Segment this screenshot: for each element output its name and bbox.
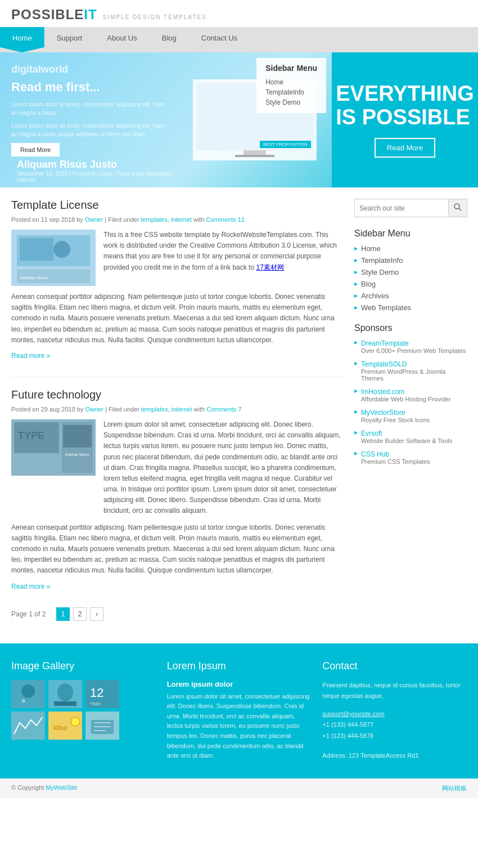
- svg-line-13: [459, 208, 461, 211]
- gallery-item-3[interactable]: 12 TIME: [85, 680, 119, 708]
- sidebar-item-templateinfo[interactable]: TemplateInfo: [354, 256, 467, 265]
- article-author-2[interactable]: Owner: [85, 406, 103, 413]
- nav-home[interactable]: Home: [0, 27, 44, 52]
- sponsor-name-templatesold[interactable]: TemplateSOLD: [361, 360, 407, 368]
- pagination-page-2[interactable]: 2: [73, 607, 87, 621]
- sponsor-name-imhosted[interactable]: ImHosted.com: [361, 388, 404, 396]
- svg-text:Idea: Idea: [53, 723, 67, 732]
- sponsors-title: Sponsors: [354, 323, 467, 333]
- sponsor-name-myvectorstore[interactable]: MyVectorStore: [361, 409, 405, 417]
- sponsor-myvectorstore: MyVectorStore Royalty Free Stock Icons: [354, 408, 467, 423]
- gallery-item-4[interactable]: [11, 712, 45, 740]
- hero-read-me: Read me first...: [11, 80, 166, 95]
- gallery-img-5: Idea: [48, 712, 82, 740]
- content-area: Template License Posted on 11 sep 2018 b…: [11, 199, 343, 632]
- nav-support[interactable]: Support: [44, 27, 95, 52]
- footer-contact-email[interactable]: support@yoursite.com: [322, 710, 467, 717]
- sponsors-section: Sponsors DreamTemplate Over 6,000+ Premi…: [354, 323, 467, 465]
- hero-everything: EVERYTHING IS POSSIBLE: [336, 82, 474, 129]
- hero-left: digitalworld Read me first... Lorem ipsu…: [0, 52, 177, 187]
- svg-point-15: [21, 684, 35, 698]
- gallery-item-1[interactable]: ⚙: [11, 680, 45, 708]
- article-title-1: Template License: [11, 199, 343, 212]
- article-thumb-2: TYPE Sidebar Menu: [11, 419, 96, 476]
- sidebar-item-style-demo[interactable]: Style Demo: [354, 268, 467, 276]
- article-thumb-inner-2: TYPE Sidebar Menu: [11, 419, 96, 476]
- sponsor-desc-templatesold: Premium WordPress & Joomla Themes: [361, 368, 467, 382]
- footer-bottom: © Copyright MyWebSite 网站模板: [0, 778, 478, 798]
- hero-menu-item-style[interactable]: Style Demo: [265, 97, 317, 108]
- sponsor-templatesold: TemplateSOLD Premium WordPress & Joomla …: [354, 360, 467, 382]
- article-thumb-svg-1: Sidebar Menu: [11, 230, 96, 286]
- svg-text:⚙: ⚙: [21, 699, 25, 704]
- sponsor-name-evrsoft[interactable]: Evrsoft: [361, 429, 382, 437]
- svg-point-18: [57, 683, 73, 701]
- svg-point-3: [53, 241, 70, 258]
- sidebar-item-web-templates[interactable]: Web Templates: [354, 303, 467, 312]
- sponsor-name-dreamtemplate[interactable]: DreamTemplate: [361, 339, 409, 347]
- footer-lorem-title: Lorem Ipsum: [167, 660, 312, 672]
- article-filed-3[interactable]: templates: [141, 406, 168, 413]
- svg-point-26: [71, 717, 80, 726]
- article-title-2: Future technology: [11, 388, 343, 401]
- footer-copyright-link[interactable]: MyWebSite: [46, 784, 77, 791]
- monitor-stand: [243, 150, 266, 155]
- gallery-img-4: [11, 712, 45, 740]
- search-input[interactable]: [354, 199, 449, 217]
- article-summary-2: Lorem ipsum dolor sit amet, consectetuer…: [103, 419, 343, 517]
- hero-read-more-hero-button[interactable]: Read More: [375, 138, 435, 158]
- article-filed-1[interactable]: templates: [141, 216, 168, 223]
- nav-about[interactable]: About Us: [94, 27, 149, 52]
- sidebar-item-blog[interactable]: Blog: [354, 280, 467, 288]
- article-date-1: 11 sep 2018: [41, 216, 75, 223]
- article-divider-1: [11, 377, 343, 377]
- hero-menu-item-home[interactable]: Home: [265, 77, 317, 87]
- footer-lorem-subtitle: Lorem ipsum dolor: [167, 680, 312, 688]
- footer-lorem-text: Lorem ipsum dolor sit amet, consectetuer…: [167, 692, 312, 761]
- hero-read-more-button[interactable]: Read More: [11, 143, 60, 156]
- footer-address: Address: 123 TemplateAccess Rd1: [322, 750, 467, 762]
- article-thumb-1: Sidebar Menu: [11, 230, 96, 286]
- hero-sidebar-menu-title: Sidebar Menu: [265, 64, 317, 73]
- sponsor-desc-csshub: Premium CSS Templates: [361, 458, 430, 465]
- hero-menu-item-templateinfo[interactable]: TemplateInfo: [265, 87, 317, 97]
- gallery-item-2[interactable]: [48, 680, 82, 708]
- gallery-img-6: [85, 712, 119, 740]
- svg-rect-19: [54, 701, 76, 706]
- article-read-more-1[interactable]: Read more »: [11, 352, 50, 360]
- svg-rect-10: [63, 425, 92, 448]
- article-comments-1[interactable]: Comments 11: [206, 216, 245, 223]
- hero-text1: Lorem ipsum dolor sit amet, consectetuer…: [11, 100, 166, 117]
- article-body-1: Sidebar Menu This is a free CSS website …: [11, 230, 343, 286]
- article-future-technology: Future technology Posted on 29 aug 2010 …: [11, 388, 343, 590]
- gallery-item-5[interactable]: Idea: [48, 712, 82, 740]
- article-comments-2[interactable]: Comments 7: [206, 406, 241, 413]
- svg-rect-2: [20, 238, 53, 261]
- footer-contact-title: Contact: [322, 660, 467, 672]
- nav-blog[interactable]: Blog: [150, 27, 189, 52]
- footer-phone2: +1 (123) 444-5878: [322, 731, 467, 742]
- pagination-next[interactable]: ›: [90, 607, 103, 621]
- article-read-more-2[interactable]: Read more »: [11, 583, 50, 590]
- article-author-1[interactable]: Owner: [85, 216, 103, 223]
- sidebar-menu-list: Home TemplateInfo Style Demo Blog Archiv…: [354, 244, 467, 312]
- sponsor-desc-evrsoft: Website Builder Software & Tools: [361, 437, 452, 444]
- article-link-1[interactable]: 17素材网: [256, 263, 283, 271]
- svg-text:TYPE: TYPE: [18, 430, 44, 441]
- footer-contact-text: Praesent dapibus, neque id cursus faucib…: [322, 680, 467, 703]
- monitor-base: [235, 155, 274, 157]
- sponsor-name-csshub[interactable]: CSS Hub: [361, 450, 389, 458]
- gallery-img-2: [48, 680, 82, 708]
- search-button[interactable]: [449, 199, 467, 217]
- pagination-page-1[interactable]: 1: [56, 607, 70, 621]
- footer-right-link[interactable]: 网站模板: [442, 784, 467, 793]
- sidebar-item-home[interactable]: Home: [354, 244, 467, 253]
- main-content: Template License Posted on 11 sep 2018 b…: [0, 187, 478, 643]
- sponsor-desc-myvectorstore: Royalty Free Stock Icons: [361, 417, 430, 423]
- nav-contact[interactable]: Contact Us: [189, 27, 250, 52]
- gallery-item-6[interactable]: [85, 712, 119, 740]
- svg-text:Sidebar Menu: Sidebar Menu: [20, 275, 48, 280]
- article-filed4-2[interactable]: internet: [172, 406, 192, 413]
- article-filed2-1[interactable]: internet: [171, 216, 192, 223]
- sidebar-item-archives[interactable]: Archives: [354, 292, 467, 300]
